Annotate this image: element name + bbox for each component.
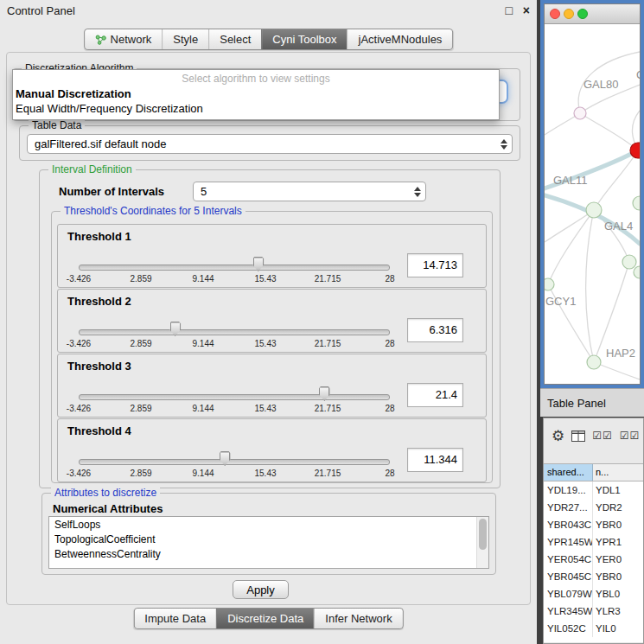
- network-node-label: GAL4: [604, 220, 633, 233]
- network-view-window: GAL80GAGAL11GAL4GCY1HAP2: [540, 0, 644, 388]
- threshold-2-value-field[interactable]: 6.316: [407, 318, 463, 342]
- table-row[interactable]: YBR043CYBR0: [544, 516, 643, 533]
- minimize-traffic-light-icon[interactable]: [564, 9, 574, 19]
- cell-shared-name: YBL079W: [544, 585, 593, 603]
- cell-shared-name: YBR045C: [544, 568, 593, 585]
- tab-label: Impute Data: [144, 612, 206, 625]
- zoom-traffic-light-icon[interactable]: [577, 9, 588, 19]
- gear-icon[interactable]: ⚙: [552, 429, 564, 443]
- cell-shared-name: YER054C: [544, 551, 593, 568]
- table-toolbar: ⚙ ☑☑ ☑☑: [544, 418, 643, 453]
- slider-track[interactable]: [79, 459, 390, 465]
- tab-label: jActiveMNodules: [359, 33, 443, 46]
- tick-label: 28: [385, 469, 394, 478]
- cell-shared-name: YIL052C: [544, 620, 593, 637]
- attributes-listbox: SelfLoopsTopologicalCoefficientBetweenne…: [48, 516, 489, 569]
- cell-name: YBR0: [593, 516, 643, 533]
- tick-label: 21.715: [315, 274, 341, 284]
- group-title: Threshold's Coordinates for 5 Intervals: [61, 205, 245, 217]
- tab-label: Infer Network: [325, 612, 392, 625]
- attribute-item[interactable]: BetweennessCentrality: [49, 547, 476, 562]
- close-traffic-light-icon[interactable]: [550, 9, 560, 19]
- threshold-4-value-field[interactable]: 11.344: [407, 448, 463, 472]
- combobox-value: galFiltered.sif default node: [35, 135, 496, 153]
- tick-label: 15.43: [254, 339, 276, 348]
- algorithm-dropdown-popup: Select algorithm to view settings Manual…: [12, 69, 500, 120]
- network-canvas[interactable]: GAL80GAGAL11GAL4GCY1HAP2: [545, 24, 640, 384]
- column-header-shared-name[interactable]: shared...: [544, 464, 593, 481]
- tab-jactivemnodules[interactable]: jActiveMNodules: [348, 29, 453, 49]
- slider-track[interactable]: [79, 265, 390, 271]
- combobox-arrows-icon: [500, 138, 507, 150]
- tab-label: Discretize Data: [227, 612, 303, 625]
- cell-name: YPR1: [593, 533, 643, 551]
- attribute-item[interactable]: TopologicalCoefficient: [49, 532, 476, 547]
- numerical-attributes-label: Numerical Attributes: [53, 502, 163, 515]
- select-rows-icon[interactable]: ☑☑: [620, 430, 641, 442]
- network-node[interactable]: [574, 107, 586, 119]
- tab-network[interactable]: Network: [85, 29, 163, 49]
- threshold-1-value-field[interactable]: 14.713: [407, 253, 463, 277]
- network-node[interactable]: [586, 202, 602, 218]
- cell-shared-name: YLR345W: [544, 603, 593, 620]
- table-row[interactable]: YDR27...YDR2: [544, 499, 643, 516]
- slider-track[interactable]: [79, 329, 390, 335]
- network-node[interactable]: [545, 278, 554, 290]
- network-node[interactable]: [622, 255, 636, 269]
- tick-label: -3.426: [67, 339, 91, 348]
- group-title: Attributes to discretize: [51, 487, 160, 499]
- threshold-3-value-field[interactable]: 21.4: [407, 383, 463, 407]
- scrollbar-thumb[interactable]: [479, 519, 487, 550]
- tab-style[interactable]: Style: [162, 29, 208, 49]
- threshold-2-box: Threshold 2 -3.4262.8599.14415.4321.7152…: [57, 289, 487, 353]
- dropdown-option-manual-discretization[interactable]: Manual Discretization: [13, 86, 499, 101]
- close-window-icon[interactable]: ×: [523, 3, 530, 17]
- table-row[interactable]: YLR345WYLR3: [544, 603, 643, 620]
- tick-label: 9.144: [192, 339, 214, 348]
- select-columns-icon[interactable]: ☑☑: [592, 430, 613, 442]
- tick-label: 28: [385, 339, 394, 348]
- slider-ticks: -3.4262.8599.14415.4321.71528: [79, 339, 390, 349]
- tab-label: Cyni Toolbox: [272, 33, 336, 46]
- network-window-titlebar[interactable]: [545, 4, 640, 24]
- listbox-scrollbar[interactable]: [476, 517, 488, 568]
- tab-impute-data[interactable]: Impute Data: [134, 609, 216, 628]
- number-of-intervals-combobox[interactable]: 5: [193, 182, 426, 201]
- float-window-icon[interactable]: □: [506, 3, 513, 17]
- column-header-name[interactable]: n...: [593, 464, 643, 481]
- threshold-3-slider[interactable]: [79, 386, 390, 405]
- tick-label: -3.426: [67, 274, 91, 284]
- table-row[interactable]: YBL079WYBL0: [544, 585, 643, 603]
- threshold-1-slider[interactable]: [79, 256, 390, 275]
- tab-infer-network[interactable]: Infer Network: [314, 609, 402, 628]
- tab-discretize-data[interactable]: Discretize Data: [216, 609, 314, 628]
- tab-select[interactable]: Select: [208, 29, 261, 49]
- apply-button[interactable]: Apply: [233, 580, 289, 599]
- threshold-2-slider[interactable]: [79, 321, 390, 340]
- cell-name: YDR2: [593, 499, 643, 516]
- table-row[interactable]: YDL19...YDL1: [544, 481, 643, 499]
- network-node[interactable]: [587, 355, 601, 369]
- threshold-4-slider[interactable]: [79, 450, 390, 469]
- network-node[interactable]: [634, 266, 640, 278]
- table-row[interactable]: YPR145WYPR1: [544, 533, 643, 551]
- tick-label: 15.43: [254, 469, 276, 478]
- tick-label: 2.859: [130, 404, 151, 413]
- network-node[interactable]: [633, 196, 640, 210]
- network-edge: [548, 210, 594, 284]
- slider-track[interactable]: [79, 394, 390, 400]
- panel-tab-bar: Network Style Select Cyni Toolbox jActiv…: [84, 29, 454, 50]
- tab-cyni-toolbox[interactable]: Cyni Toolbox: [261, 29, 347, 49]
- threshold-label: Threshold 2: [67, 295, 131, 308]
- table-data-combobox[interactable]: galFiltered.sif default node: [27, 134, 513, 154]
- table-row[interactable]: YBR045CYBR0: [544, 568, 643, 585]
- threshold-3-box: Threshold 3 -3.4262.8599.14415.4321.7152…: [57, 354, 487, 418]
- threshold-1-box: Threshold 1 -3.4262.8599.14415.4321.7152…: [57, 224, 487, 288]
- threshold-4-box: Threshold 4 -3.4262.8599.14415.4321.7152…: [57, 418, 487, 482]
- table-row[interactable]: YER054CYER0: [544, 551, 643, 568]
- dropdown-option-equal-width-frequency[interactable]: Equal Width/Frequency Discretization: [13, 101, 499, 116]
- attribute-item[interactable]: SelfLoops: [49, 518, 476, 532]
- table-row[interactable]: YIL052CYIL0: [544, 620, 643, 637]
- network-edge: [545, 210, 594, 242]
- column-settings-icon[interactable]: [571, 430, 585, 442]
